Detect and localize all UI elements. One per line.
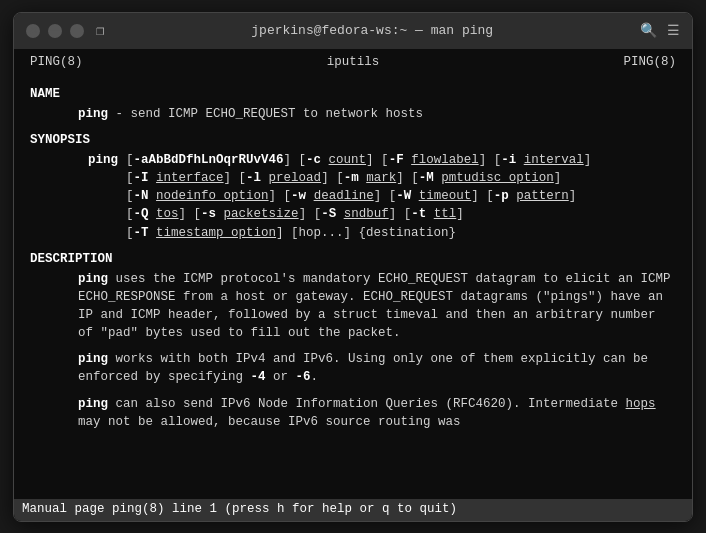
section-name-body: ping - send ICMP ECHO_REQUEST to network… (30, 105, 676, 123)
man-header: PING(8) iputils PING(8) (14, 49, 692, 75)
man-header-right: PING(8) (623, 53, 676, 71)
synopsis-line-2: [-I interface] [-l preload] [-m mark] [-… (126, 169, 676, 187)
hops-underline: hops (626, 397, 656, 411)
section-synopsis-title: SYNOPSIS (30, 131, 676, 149)
flag-4: -4 (251, 370, 266, 384)
desc-para-3: ping can also send IPv6 Node Information… (78, 395, 676, 431)
terminal-window: ✕ — □ ❐ jperkins@fedora-ws:~ — man ping … (13, 12, 693, 522)
man-footer-text: Manual page ping(8) line 1 (press h for … (22, 500, 457, 518)
man-footer: Manual page ping(8) line 1 (press h for … (14, 499, 692, 521)
synopsis-lines: [-aAbBdDfhLnOqrRUvV46] [-c count] [-F fl… (126, 151, 676, 242)
titlebar: ✕ — □ ❐ jperkins@fedora-ws:~ — man ping … (14, 13, 692, 49)
ping-desc-bold-3: ping (78, 397, 108, 411)
desc-para-1: ping uses the ICMP protocol's mandatory … (78, 270, 676, 343)
terminal-body: PING(8) iputils PING(8) NAME ping - send… (14, 49, 692, 521)
restore-icon[interactable]: ❐ (96, 22, 104, 39)
window-controls[interactable]: ✕ — □ ❐ (26, 22, 104, 39)
window-title: jperkins@fedora-ws:~ — man ping (104, 23, 640, 38)
close-button[interactable]: ✕ (26, 24, 40, 38)
ping-desc-bold-2: ping (78, 352, 108, 366)
synopsis-line-5: [-T timestamp option] [hop...] {destinat… (126, 224, 676, 242)
ping-desc-bold-1: ping (78, 272, 108, 286)
synopsis-block: ping [-aAbBdDfhLnOqrRUvV46] [-c count] [… (30, 151, 676, 242)
man-header-left: PING(8) (30, 53, 83, 71)
flag-6: -6 (296, 370, 311, 384)
maximize-button[interactable]: □ (70, 24, 84, 38)
search-icon[interactable]: 🔍 (640, 22, 657, 39)
synopsis-line-4: [-Q tos] [-s packetsize] [-S sndbuf] [-t… (126, 205, 676, 223)
man-content: NAME ping - send ICMP ECHO_REQUEST to ne… (14, 75, 692, 499)
section-description-title: DESCRIPTION (30, 250, 676, 268)
section-name-title: NAME (30, 85, 676, 103)
man-header-center: iputils (327, 53, 380, 71)
synopsis-line-1: [-aAbBdDfhLnOqrRUvV46] [-c count] [-F fl… (126, 151, 676, 169)
synopsis-line-3: [-N nodeinfo option] [-w deadline] [-W t… (126, 187, 676, 205)
ping-name-bold: ping (78, 107, 108, 121)
menu-icon[interactable]: ☰ (667, 22, 680, 39)
minimize-button[interactable]: — (48, 24, 62, 38)
synopsis-cmd-label: ping (78, 151, 126, 169)
desc-para-2: ping works with both IPv4 and IPv6. Usin… (78, 350, 676, 386)
titlebar-actions[interactable]: 🔍 ☰ (640, 22, 680, 39)
section-description-body: ping uses the ICMP protocol's mandatory … (30, 270, 676, 431)
